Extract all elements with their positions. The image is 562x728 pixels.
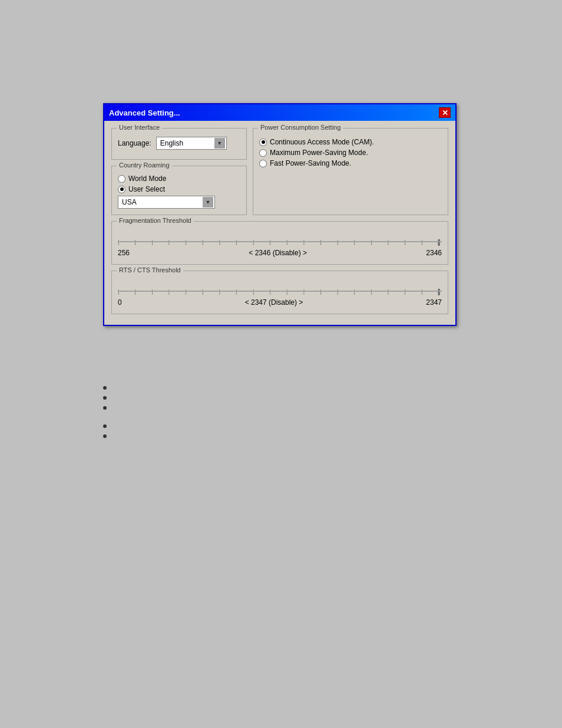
fragmentation-title: Fragmentation Threshold [117,217,194,224]
cam-label: Continuous Access Mode (CAM). [270,138,374,146]
user-select-radio[interactable] [118,186,125,193]
language-label: Language: [118,139,151,147]
language-dropdown-arrow[interactable]: ▼ [214,138,225,149]
world-mode-row: World Mode [118,174,240,183]
world-mode-label: World Mode [128,174,166,183]
bullet-item-2 [103,393,457,400]
bullet-dot-4 [103,424,107,428]
country-dropdown-arrow[interactable]: ▼ [203,197,213,207]
bullet-item-3 [103,403,457,410]
bullet-group-1 [103,383,457,410]
advanced-setting-dialog: Advanced Setting... ✕ User Interface Lan… [103,103,457,326]
max-power-label: Maximum Power-Saving Mode. [270,149,368,157]
country-roaming-panel: Country Roaming World Mode User Select U… [111,166,247,215]
power-consumption-panel: Power Consumption Setting Continuous Acc… [253,128,448,215]
fragmentation-labels: 256 < 2346 (Disable) > 2346 [118,249,442,257]
fragmentation-min: 256 [118,249,130,257]
user-interface-panel: User Interface Language: English ▼ [111,128,247,160]
fast-power-label: Fast Power-Saving Mode. [270,159,351,167]
user-select-row: User Select [118,185,240,193]
fragmentation-max: 2346 [426,249,442,257]
power-options: Continuous Access Mode (CAM). Maximum Po… [259,138,442,167]
close-button[interactable]: ✕ [439,107,451,118]
max-power-radio[interactable] [259,149,267,157]
dialog-body: User Interface Language: English ▼ Count… [104,121,455,325]
rts-cts-slider-track[interactable]: || || || || || || || || || |▌ [118,286,442,296]
fragmentation-slider-track[interactable]: || || || || || || || || || |▌ [118,237,442,246]
close-icon: ✕ [442,108,448,117]
user-interface-title: User Interface [117,124,162,131]
bullet-section [103,383,457,446]
language-row: Language: English ▼ [118,137,240,150]
fast-power-row: Fast Power-Saving Mode. [259,159,442,167]
country-value: USA [120,198,203,206]
bullet-group-2 [103,421,457,438]
country-dropdown[interactable]: USA ▼ [118,196,215,209]
bullet-item-1 [103,383,457,390]
fast-power-radio[interactable] [259,160,267,167]
language-value: English [158,139,214,147]
cam-radio[interactable] [259,139,267,146]
bullet-dot-1 [103,386,107,390]
top-panels: User Interface Language: English ▼ Count… [111,128,448,215]
fragmentation-slider-container: || || || || || || || || || |▌ 256 [118,235,442,259]
bullet-dot-5 [103,434,107,438]
country-roaming-title: Country Roaming [117,162,172,169]
dialog-title: Advanced Setting... [109,108,180,117]
title-bar: Advanced Setting... ✕ [104,104,455,121]
rts-cts-slider-container: || || || || || || || || || |▌ 0 [118,284,442,309]
max-power-row: Maximum Power-Saving Mode. [259,149,442,157]
rts-cts-max: 2347 [426,298,442,307]
cam-row: Continuous Access Mode (CAM). [259,138,442,146]
power-consumption-title: Power Consumption Setting [258,124,343,131]
left-column: User Interface Language: English ▼ Count… [111,128,247,215]
rts-cts-title: RTS / CTS Threshold [117,266,183,274]
fragmentation-section: Fragmentation Threshold || || || || || |… [111,221,448,265]
rts-cts-labels: 0 < 2347 (Disable) > 2347 [118,298,442,307]
bullet-item-4 [103,421,457,428]
bullet-item-5 [103,431,457,438]
rts-cts-min: 0 [118,298,122,307]
rts-cts-mid: < 2347 (Disable) > [245,298,303,307]
rts-cts-section: RTS / CTS Threshold || || || || || || ||… [111,271,448,314]
language-dropdown[interactable]: English ▼ [156,137,227,150]
fragmentation-mid: < 2346 (Disable) > [249,249,307,257]
user-select-label: User Select [128,185,165,193]
world-mode-radio[interactable] [118,175,125,183]
bullet-dot-2 [103,396,107,400]
bullet-dot-3 [103,406,107,410]
